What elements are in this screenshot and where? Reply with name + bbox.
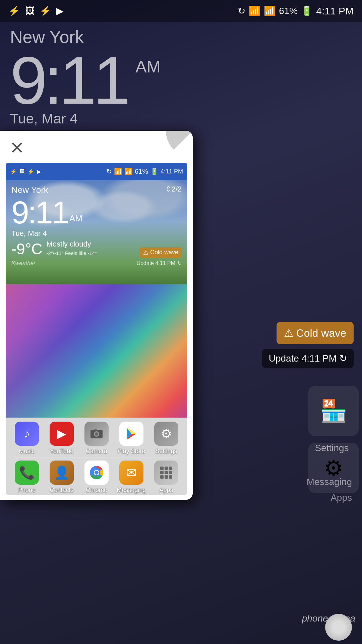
music-label: Music: [19, 448, 35, 455]
chrome-icon[interactable]: [84, 461, 109, 485]
svg-rect-14: [169, 467, 172, 470]
weather-update-label: Update 4:11 PM: [136, 260, 175, 266]
app-item-youtube[interactable]: ▶ YouTube: [47, 422, 77, 455]
settings-glyph: ⚙: [161, 426, 172, 441]
bg-status-left-icons: ⚡ 🖼 ⚡ ▶: [8, 5, 64, 16]
phone-time: 4:11 PM: [161, 168, 183, 175]
youtube-icon[interactable]: ▶: [50, 422, 74, 446]
phone-card: ✕ ⚡ 🖼 ⚡ ▶ ↻ 📶 📶 61% 🔋 4:11 PM: [0, 131, 193, 500]
weather-temp: -9°C: [11, 240, 43, 258]
bg-warning-icon: ⚠: [284, 327, 294, 339]
weather-desc-main: Mostly cloudy: [47, 239, 97, 250]
app-item-music[interactable]: ♪ Music: [12, 422, 42, 455]
weather-time: 9:11: [11, 195, 68, 230]
bg-cold-wave-alert: ⚠ Cold wave: [277, 322, 354, 344]
messaging-glyph: ✉: [126, 465, 137, 480]
wallpaper-geometry: [6, 284, 187, 418]
phone-img-icon: 🖼: [19, 168, 25, 174]
usb-icon: ⚡: [8, 5, 20, 16]
svg-rect-16: [165, 471, 168, 474]
bg-bottom-labels: Settings: [305, 443, 359, 453]
app-item-phone[interactable]: 📞 Phone: [12, 461, 42, 494]
phone-battery-pct: 61%: [135, 168, 148, 175]
app-item-settings[interactable]: ⚙ Settings: [151, 422, 181, 455]
settings-label: Settings: [155, 448, 177, 455]
app-item-apps[interactable]: Apps: [151, 461, 181, 494]
top-fold-decoration: [166, 131, 193, 158]
app-item-chrome[interactable]: Chrome: [81, 461, 112, 494]
phone-usb-icon: ⚡: [10, 168, 17, 175]
bg-status-bar: ⚡ 🖼 ⚡ ▶ ↻ 📶 📶 61% 🔋 4:11 PM: [0, 0, 362, 22]
bg-update-label: Update 4:11 PM ↻: [262, 349, 354, 368]
kweather-label: Kweather: [11, 260, 36, 267]
phone-charge-icon: 🔋: [150, 167, 159, 175]
bg-cold-wave-label: Cold wave: [296, 327, 346, 339]
chrome-label: Chrome: [86, 487, 107, 494]
app-item-playstore[interactable]: Play Store: [116, 422, 146, 455]
app-row-main: ♪ Music ▶ YouTube: [6, 418, 187, 458]
messaging-icon[interactable]: ✉: [119, 461, 143, 485]
svg-rect-19: [165, 475, 168, 479]
settings-icon[interactable]: ⚙: [154, 422, 178, 446]
bg-store-icon-block: 🏪: [308, 386, 359, 436]
play-icon: ▶: [56, 5, 64, 16]
bg-avatar: [325, 614, 352, 641]
image-icon: 🖼: [25, 5, 35, 16]
svg-point-11: [95, 471, 99, 475]
messaging-label: Messaging: [117, 487, 146, 494]
wifi-icon: 📶: [249, 5, 260, 16]
bg-status-right: ↻ 📶 📶 61% 🔋 4:11 PM: [238, 5, 354, 17]
weather-time-block: 9:11AM: [11, 197, 182, 228]
weather-update-row: Kweather Update 4:11 PM ↻: [11, 260, 182, 267]
bg-apps-label: Apps: [330, 492, 352, 503]
phone-signal-icon: 📶: [124, 167, 133, 175]
svg-rect-3: [94, 429, 97, 430]
signal-icon: 📶: [264, 5, 276, 16]
weather-widget: New York ⇕2/2 9:11AM Tue, Mar 4 -9°C Mos…: [6, 180, 187, 284]
phone-inner-screen: ⚡ 🖼 ⚡ ▶ ↻ 📶 📶 61% 🔋 4:11 PM New York: [6, 163, 187, 495]
svg-point-2: [95, 432, 98, 436]
contacts-glyph: 👤: [54, 465, 70, 480]
phone-status-right: ↻ 📶 📶 61% 🔋 4:11 PM: [106, 167, 183, 175]
camera-label: Camera: [86, 448, 107, 455]
charge-icon: 🔋: [301, 5, 313, 16]
apps-label: Apps: [159, 487, 173, 494]
svg-rect-17: [169, 471, 172, 474]
bg-settings-label: Settings: [305, 443, 359, 453]
app-item-contacts[interactable]: 👤 Contacts: [47, 461, 77, 494]
playstore-icon[interactable]: [119, 422, 143, 446]
bg-refresh-icon: ↻: [339, 353, 347, 364]
cold-wave-badge: ⚠ Cold wave: [140, 247, 182, 258]
weather-page-indicator: ⇕2/2: [165, 185, 182, 194]
chrome-svg: [89, 465, 104, 480]
weather-city: New York: [11, 185, 48, 195]
phone-status-left: ⚡ 🖼 ⚡ ▶: [10, 168, 41, 175]
contacts-icon[interactable]: 👤: [50, 461, 74, 485]
cold-wave-label: Cold wave: [150, 249, 178, 256]
close-icon[interactable]: ✕: [10, 139, 24, 157]
weather-desc-sub: -2°/-11° Feels like -14°: [47, 250, 97, 257]
dock-row: 📞 Phone 👤 Contacts: [6, 458, 187, 495]
weather-refresh-icon: ↻: [177, 260, 182, 266]
camera-icon[interactable]: [84, 422, 109, 446]
phone-glyph: 📞: [19, 465, 35, 480]
playstore-svg: [124, 426, 139, 441]
svg-rect-12: [160, 467, 164, 470]
weather-temp-desc: -9°C Mostly cloudy -2°/-11° Feels like -…: [11, 239, 97, 258]
wallpaper-area: [6, 284, 187, 418]
contacts-label: Contacts: [50, 487, 73, 494]
bg-time-display: 9:11: [10, 47, 127, 114]
app-item-camera[interactable]: Camera: [81, 422, 112, 455]
phone-sync-icon: ↻: [106, 167, 112, 175]
weather-content: New York ⇕2/2 9:11AM Tue, Mar 4 -9°C Mos…: [6, 180, 187, 284]
phone-usb2-icon: ⚡: [27, 168, 34, 175]
svg-rect-15: [160, 471, 164, 474]
phone-icon[interactable]: 📞: [15, 461, 39, 485]
apps-icon[interactable]: [154, 461, 178, 485]
svg-rect-18: [160, 475, 164, 479]
weather-update-right: Update 4:11 PM ↻: [136, 260, 182, 266]
app-item-messaging[interactable]: ✉ Messaging: [116, 461, 146, 494]
svg-rect-13: [165, 467, 168, 470]
music-icon[interactable]: ♪: [15, 422, 39, 446]
close-button[interactable]: ✕: [6, 137, 28, 159]
